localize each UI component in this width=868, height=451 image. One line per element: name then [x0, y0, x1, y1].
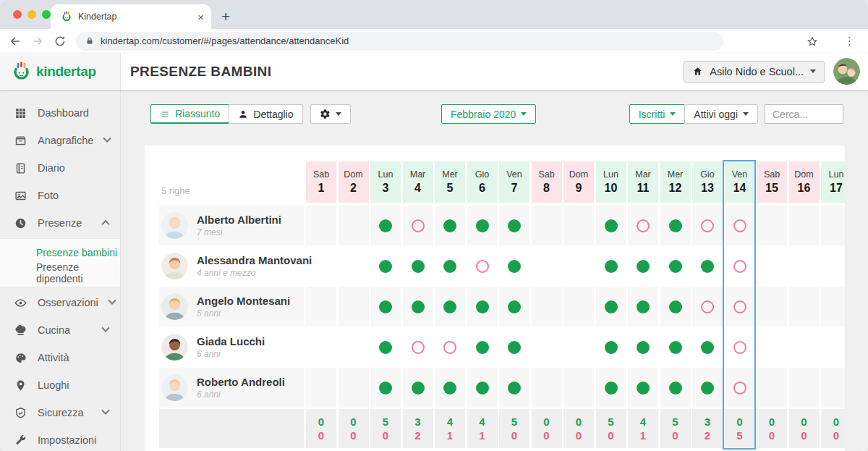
day-header-12[interactable]: Mer 12 [660, 161, 691, 203]
attendance-cell-day-4[interactable] [403, 327, 433, 367]
attendance-cell-day-3[interactable] [370, 327, 401, 367]
attendance-cell-day-12[interactable] [660, 327, 691, 367]
attendance-cell-day-9[interactable] [563, 246, 594, 286]
tab-close-icon[interactable]: × [197, 12, 204, 22]
attendance-cell-day-12[interactable] [660, 368, 691, 408]
attendance-cell-day-11[interactable] [628, 206, 658, 245]
attendance-cell-day-10[interactable] [596, 327, 626, 367]
attendance-cell-day-15[interactable] [757, 368, 787, 408]
attendance-cell-day-8[interactable] [532, 206, 562, 245]
day-header-7[interactable]: Ven 7 [499, 161, 529, 203]
attendance-cell-day-11[interactable] [628, 327, 658, 367]
attendance-cell-day-3[interactable] [370, 368, 401, 408]
attendance-cell-day-12[interactable] [660, 206, 691, 245]
month-selector-button[interactable]: Febbraio 2020 [441, 104, 536, 124]
attendance-cell-day-17[interactable] [821, 368, 845, 408]
close-window-button[interactable] [13, 10, 22, 19]
attendance-cell-day-2[interactable] [339, 368, 369, 408]
sidebar-item-dashboard[interactable]: Dashboard [0, 99, 120, 127]
attendance-cell-day-1[interactable] [306, 206, 336, 245]
enrolled-filter-button[interactable]: Iscritti [629, 104, 686, 124]
attendance-cell-day-7[interactable] [499, 368, 529, 408]
day-header-3[interactable]: Lun 3 [370, 161, 401, 203]
bookmark-star-icon[interactable] [806, 35, 819, 48]
child-name-cell[interactable]: Alberto Albertini 7 mesi [159, 206, 304, 245]
attendance-cell-day-14[interactable] [725, 287, 755, 326]
attendance-cell-day-1[interactable] [306, 246, 336, 286]
reload-icon[interactable] [54, 35, 67, 48]
app-logo[interactable]: kindertap [0, 53, 121, 90]
day-header-11[interactable]: Mar 11 [628, 161, 658, 203]
attendance-cell-day-11[interactable] [628, 287, 658, 326]
sidebar-item-cucina[interactable]: Cucina [0, 316, 120, 344]
day-header-4[interactable]: Mar 4 [403, 161, 433, 203]
attendance-cell-day-8[interactable] [532, 287, 562, 326]
attendance-cell-day-14[interactable] [725, 327, 755, 367]
attendance-cell-day-11[interactable] [628, 246, 658, 286]
attendance-cell-day-13[interactable] [692, 206, 723, 245]
attendance-cell-day-16[interactable] [789, 368, 820, 408]
attendance-cell-day-10[interactable] [596, 246, 626, 286]
child-name-cell[interactable]: Roberto Andreoli 6 anni [159, 368, 304, 408]
attendance-cell-day-1[interactable] [306, 287, 336, 326]
attendance-cell-day-14[interactable] [725, 246, 755, 286]
attendance-cell-day-5[interactable] [435, 287, 465, 326]
sidebar-item-presenze[interactable]: Presenze [0, 209, 120, 237]
day-header-2[interactable]: Dom 2 [339, 161, 369, 203]
attendance-cell-day-12[interactable] [660, 246, 691, 286]
attendance-cell-day-3[interactable] [370, 287, 401, 326]
attendance-cell-day-14[interactable] [725, 368, 755, 408]
attendance-cell-day-3[interactable] [370, 206, 401, 245]
sidebar-item-impostazioni[interactable]: Impostazioni [0, 426, 120, 451]
attendance-cell-day-13[interactable] [692, 287, 723, 326]
attendance-cell-day-17[interactable] [821, 246, 845, 286]
attendance-cell-day-7[interactable] [499, 327, 529, 367]
attendance-cell-day-17[interactable] [821, 287, 845, 326]
attendance-cell-day-11[interactable] [628, 368, 658, 408]
attendance-cell-day-10[interactable] [596, 368, 626, 408]
attendance-cell-day-5[interactable] [435, 206, 465, 245]
attendance-cell-day-3[interactable] [370, 246, 401, 286]
attendance-cell-day-2[interactable] [339, 206, 369, 245]
attendance-cell-day-8[interactable] [532, 327, 562, 367]
attendance-cell-day-9[interactable] [563, 287, 594, 326]
attendance-cell-day-5[interactable] [435, 368, 465, 408]
url-input[interactable]: kindertap.com/customer/#/pages/attendanc… [76, 32, 723, 51]
attendance-cell-day-1[interactable] [306, 327, 336, 367]
user-avatar[interactable] [833, 58, 860, 85]
attendance-cell-day-6[interactable] [467, 368, 498, 408]
attendance-cell-day-6[interactable] [467, 327, 498, 367]
attendance-cell-day-16[interactable] [789, 327, 820, 367]
attendance-cell-day-6[interactable] [467, 246, 498, 286]
search-input[interactable] [765, 104, 843, 124]
attendance-cell-day-4[interactable] [403, 287, 433, 326]
forward-icon[interactable] [31, 35, 44, 48]
settings-dropdown-button[interactable] [310, 104, 351, 124]
attendance-cell-day-13[interactable] [692, 368, 723, 408]
attendance-cell-day-15[interactable] [757, 246, 787, 286]
attendance-cell-day-2[interactable] [339, 327, 369, 367]
day-header-1[interactable]: Sab 1 [306, 161, 336, 203]
attendance-cell-day-13[interactable] [692, 246, 723, 286]
attendance-cell-day-8[interactable] [532, 368, 562, 408]
attendance-cell-day-9[interactable] [563, 206, 594, 245]
attendance-cell-day-16[interactable] [789, 287, 820, 326]
detail-view-button[interactable]: Dettaglio [229, 104, 302, 124]
attendance-cell-day-16[interactable] [789, 206, 820, 245]
attendance-cell-day-5[interactable] [435, 246, 465, 286]
attendance-cell-day-14[interactable] [725, 206, 755, 245]
day-header-14[interactable]: Ven 14 [725, 161, 755, 203]
summary-view-button[interactable]: Riassunto [150, 104, 229, 124]
sidebar-subitem-presenze-dipendenti[interactable]: Presenze dipendenti [0, 263, 120, 283]
sidebar-item-diario[interactable]: Diario [0, 154, 120, 182]
attendance-cell-day-17[interactable] [821, 206, 845, 245]
sidebar-item-foto[interactable]: Foto [0, 182, 120, 209]
attendance-cell-day-5[interactable] [435, 327, 465, 367]
attendance-cell-day-7[interactable] [499, 287, 529, 326]
attendance-cell-day-6[interactable] [467, 287, 498, 326]
child-name-cell[interactable]: Angelo Montesani 5 anni [159, 287, 304, 326]
sidebar-item-osservazioni[interactable]: Osservazioni [0, 289, 120, 316]
day-header-16[interactable]: Dom 16 [789, 161, 820, 203]
sidebar-item-sicurezza[interactable]: Sicurezza [0, 399, 120, 426]
attendance-cell-day-13[interactable] [692, 327, 723, 367]
